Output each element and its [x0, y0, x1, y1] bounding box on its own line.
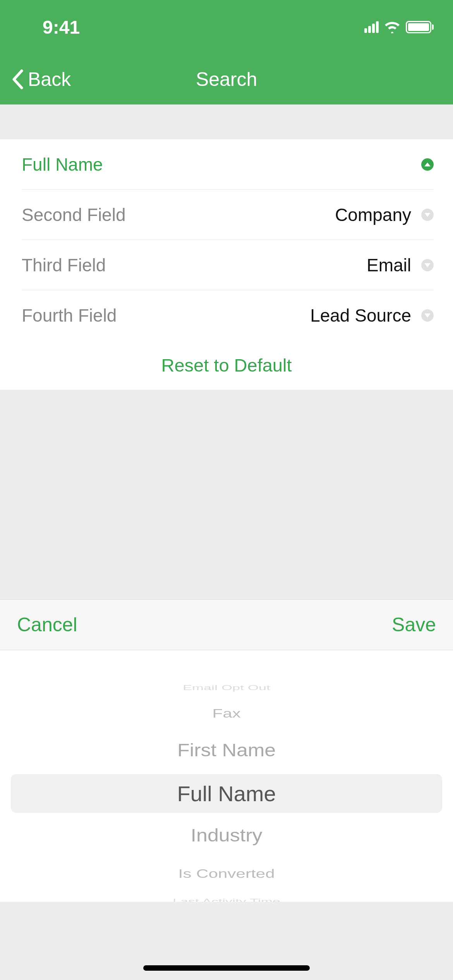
field-value: Company	[335, 204, 411, 225]
picker-item[interactable]: First Name	[177, 740, 276, 761]
picker-item[interactable]: Email Opt Out	[183, 684, 270, 692]
field-row-second[interactable]: Second Field Company	[0, 190, 453, 240]
back-label: Back	[28, 68, 71, 91]
dropdown-down-icon	[421, 259, 434, 271]
cancel-button[interactable]: Cancel	[17, 613, 77, 636]
page-title: Search	[196, 68, 257, 91]
save-button[interactable]: Save	[392, 613, 436, 636]
picker-item-selected[interactable]: Full Name	[177, 781, 276, 806]
dropdown-down-icon	[421, 209, 434, 221]
dropdown-up-icon	[421, 158, 434, 171]
back-button[interactable]: Back	[12, 68, 71, 91]
picker-item[interactable]: Last Activity Time	[173, 898, 280, 902]
field-row-third[interactable]: Third Field Email	[0, 240, 453, 290]
field-row-first[interactable]: Full Name	[0, 139, 453, 190]
field-label: Fourth Field	[22, 305, 117, 326]
navigation-bar: Back Search	[0, 54, 453, 105]
chevron-left-icon	[12, 69, 24, 89]
field-value: Lead Source	[310, 305, 411, 326]
field-label: Third Field	[22, 255, 106, 276]
dropdown-down-icon	[421, 309, 434, 322]
status-time: 9:41	[43, 17, 80, 38]
picker-item[interactable]: Is Converted	[178, 867, 275, 881]
cellular-signal-icon	[364, 21, 379, 33]
picker-toolbar: Cancel Save	[0, 599, 453, 650]
field-list: Full Name Second Field Company Third Fie…	[0, 139, 453, 341]
picker-item[interactable]: Fax	[212, 706, 240, 720]
field-label: Second Field	[22, 204, 126, 225]
status-bar: 9:41	[0, 0, 453, 54]
status-icons	[364, 21, 434, 33]
picker-wheel[interactable]: Email Opt Out Fax First Name Full Name I…	[0, 650, 453, 902]
picker-item[interactable]: Industry	[191, 825, 263, 846]
wifi-icon	[384, 21, 400, 33]
reset-to-default-button[interactable]: Reset to Default	[0, 341, 453, 390]
field-value: Email	[367, 255, 411, 276]
battery-icon	[406, 21, 434, 33]
home-indicator[interactable]	[143, 965, 310, 971]
field-row-fourth[interactable]: Fourth Field Lead Source	[0, 290, 453, 341]
save-label: Save	[392, 614, 436, 636]
field-label: Full Name	[22, 154, 103, 175]
